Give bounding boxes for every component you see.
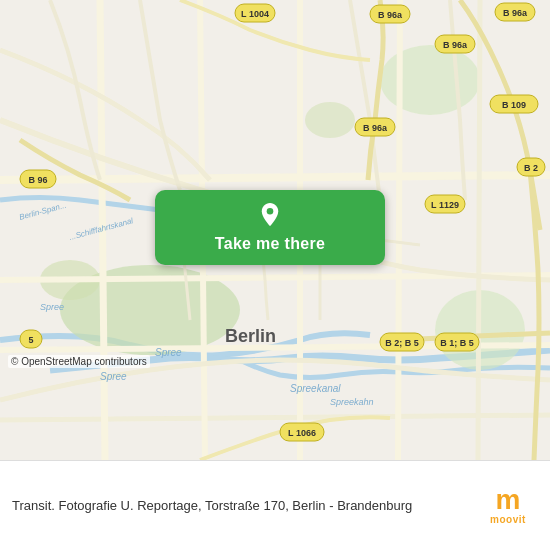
svg-text:Spreekahn: Spreekahn: [330, 397, 374, 407]
svg-text:B 1; B 5: B 1; B 5: [440, 338, 474, 348]
info-bar: Transit. Fotografie U. Reportage, Torstr…: [0, 460, 550, 550]
moovit-letter: m: [496, 486, 521, 514]
svg-text:L 1066: L 1066: [288, 428, 316, 438]
svg-text:5: 5: [28, 335, 33, 345]
map-container: B 96a B 109 B 96a B 96a B 96 B 2 B 96a L…: [0, 0, 550, 460]
svg-text:B 96a: B 96a: [443, 40, 468, 50]
svg-text:Spree: Spree: [155, 347, 182, 358]
take-me-there-label: Take me there: [215, 235, 325, 253]
location-pin-icon: [256, 203, 284, 231]
svg-text:Berlin: Berlin: [225, 326, 276, 346]
svg-text:B 96a: B 96a: [378, 10, 403, 20]
svg-text:L 1129: L 1129: [431, 200, 459, 210]
svg-line-14: [478, 0, 480, 460]
take-me-there-button[interactable]: Take me there: [155, 190, 385, 265]
svg-text:B 96a: B 96a: [363, 123, 388, 133]
svg-text:Spreekanal: Spreekanal: [290, 383, 341, 394]
location-name: Transit. Fotografie U. Reportage, Torstr…: [12, 498, 412, 513]
svg-text:B 2: B 2: [524, 163, 538, 173]
svg-text:L 1004: L 1004: [241, 9, 269, 19]
svg-text:B 96: B 96: [28, 175, 47, 185]
moovit-logo: m moovit: [478, 486, 538, 525]
svg-text:B 96a: B 96a: [503, 8, 528, 18]
location-info: Transit. Fotografie U. Reportage, Torstr…: [12, 496, 468, 515]
svg-point-49: [267, 207, 274, 214]
svg-text:B 109: B 109: [502, 100, 526, 110]
moovit-brand: moovit: [490, 514, 526, 525]
svg-line-13: [398, 0, 400, 460]
svg-text:Spree: Spree: [40, 302, 64, 312]
svg-point-2: [380, 45, 480, 115]
svg-text:Spree: Spree: [100, 371, 127, 382]
svg-text:B 2; B 5: B 2; B 5: [385, 338, 419, 348]
map-attribution: © OpenStreetMap contributors: [8, 355, 150, 368]
svg-point-5: [305, 102, 355, 138]
